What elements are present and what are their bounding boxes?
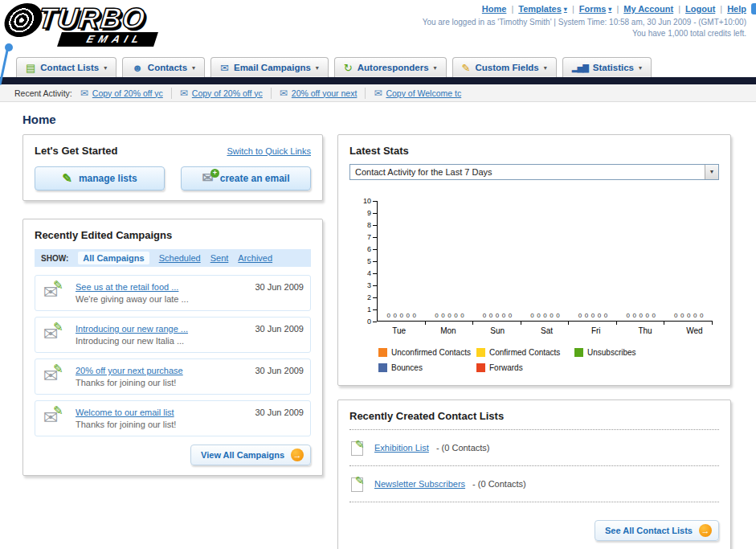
top-link-my-account[interactable]: My Account (623, 4, 673, 14)
tab-contact-lists[interactable]: ▤ Contact Lists ▾ (16, 57, 116, 77)
campaign-subtitle: Thanks for joining our list! (76, 420, 176, 429)
see-all-contact-lists-button[interactable]: See All Contact Lists → (595, 520, 719, 541)
campaign-date: 30 Jun 2009 (255, 282, 304, 292)
chart-legend: Unconfirmed ContactsConfirmed ContactsUn… (378, 348, 700, 372)
campaign-row: ✉ ✎ Introducing our new range ... Introd… (35, 317, 311, 353)
tab-label: Statistics (593, 63, 634, 72)
top-link-logout[interactable]: Logout (685, 4, 715, 14)
bar-value-label: 0 (604, 312, 607, 319)
bar-value-label: 0 (700, 312, 703, 319)
recent-activity-link[interactable]: 20% off your next (292, 88, 358, 98)
chart-plot: 00000000000000000000000000000000000 (377, 201, 713, 322)
envelope-pencil-icon: ✉ ✎ (42, 282, 67, 303)
latest-stats-panel: Latest Stats Contact Activity for the La… (337, 134, 731, 386)
chart-bar-group: 00000 (378, 201, 426, 321)
top-link-home[interactable]: Home (482, 4, 507, 14)
legend-item: Unconfirmed Contacts (378, 348, 476, 357)
legend-swatch (378, 363, 387, 372)
bar-value-label: 0 (447, 312, 451, 319)
page: TURBO EMAIL Home | Templates▾ | Forms▾ |… (0, 0, 756, 549)
campaign-date: 30 Jun 2009 (255, 324, 304, 334)
top-link-templates[interactable]: Templates▾ (518, 4, 567, 14)
select-caret-icon: ▼ (705, 165, 718, 179)
custom-fields-icon: ✎ (462, 63, 471, 73)
filter-sent[interactable]: Sent (210, 253, 229, 263)
campaign-title-link[interactable]: 20% off your next purchase (76, 366, 183, 375)
contact-activity-chart: 012345678910 000000000000000000000000000… (353, 201, 713, 322)
filter-archived[interactable]: Archived (238, 253, 272, 263)
bar-value-label: 0 (502, 312, 505, 319)
top-link-forms[interactable]: Forms▾ (579, 4, 612, 14)
logo-title: TURBO (37, 3, 157, 34)
campaign-title-link[interactable]: Introducing our new range ... (76, 324, 188, 334)
envelope-plus-icon: ✉ + (202, 172, 214, 185)
manage-lists-label: manage lists (79, 173, 137, 184)
get-started-header: Let's Get Started Switch to Quick Links (35, 145, 311, 157)
edit-list-icon: ✎ (349, 476, 367, 492)
chart-bar-group: 00000 (569, 201, 617, 321)
stats-period-select[interactable]: Contact Activity for the Last 7 Days ▼ (349, 164, 719, 180)
email-campaigns-icon: ✉ (220, 63, 229, 73)
campaign-title-link[interactable]: See us at the retail food ... (76, 282, 189, 292)
campaign-subtitle: Introducing our new Italia ... (76, 336, 188, 346)
bar-value-label: 0 (578, 312, 582, 319)
bar-value-label: 0 (489, 312, 492, 319)
stats-period-value: Contact Activity for the Last 7 Days (355, 167, 492, 177)
bar-value-label: 0 (674, 312, 677, 319)
tab-label: Contacts (148, 63, 187, 72)
campaign-title-link[interactable]: Welcome to our email list (76, 408, 176, 417)
manage-lists-button[interactable]: ✎ manage lists (35, 166, 165, 191)
campaign-row: ✉ ✎ See us at the retail food ... We're … (35, 275, 311, 311)
filter-scheduled[interactable]: Scheduled (159, 253, 201, 263)
separator: | (511, 4, 513, 14)
recent-activity-link[interactable]: Copy of Welcome tc (386, 88, 461, 98)
bar-value-label: 0 (632, 312, 635, 319)
filter-all-campaigns[interactable]: All Campaigns (78, 252, 149, 264)
view-all-campaigns-button[interactable]: View All Campaigns → (190, 445, 311, 465)
contact-list-count: - (0 Contacts) (472, 479, 526, 489)
tab-email-campaigns[interactable]: ✉ Email Campaigns ▾ (210, 57, 329, 77)
legend-label: Confirmed Contacts (489, 348, 560, 357)
bar-value-label: 0 (537, 312, 540, 319)
recent-activity-link[interactable]: Copy of 20% off yc (92, 88, 163, 98)
legend-swatch (476, 348, 485, 357)
chart-x-label: Fri (571, 326, 620, 335)
chevron-down-icon: ▾ (608, 6, 611, 13)
tab-custom-fields[interactable]: ✎ Custom Fields ▾ (452, 57, 557, 77)
tab-autoresponders[interactable]: ↻ Autoresponders ▾ (334, 57, 447, 77)
recent-activity-item: ✉ Copy of 20% off yc (171, 88, 263, 99)
campaign-subtitle: We're giving away our late ... (76, 294, 189, 304)
chart-x-label: Sun (473, 326, 522, 335)
tab-statistics[interactable]: ▂▅▇ Statistics ▾ (562, 57, 652, 77)
chevron-down-icon: ▾ (564, 6, 567, 13)
chevron-down-icon: ▾ (192, 64, 195, 72)
pencil-icon: ✎ (53, 404, 63, 418)
bar-value-label: 0 (639, 312, 642, 319)
campaigns-title: Recently Edited Campaigns (35, 229, 172, 241)
legend-item: Unsubscribes (574, 348, 672, 357)
top-link-help[interactable]: Help (727, 4, 746, 14)
pencil-icon: ✎ (53, 278, 63, 293)
contacts-icon: ☻ (132, 63, 143, 73)
campaign-date: 30 Jun 2009 (255, 366, 304, 375)
top-link-label: Forms (579, 4, 607, 14)
switch-quick-links-link[interactable]: Switch to Quick Links (227, 146, 311, 156)
header: TURBO EMAIL Home | Templates▾ | Forms▾ |… (0, 0, 756, 55)
tab-contacts[interactable]: ☻ Contacts ▾ (122, 57, 205, 77)
campaign-date: 30 Jun 2009 (255, 408, 304, 417)
create-email-button[interactable]: ✉ + create an email (181, 166, 311, 191)
recent-contact-lists-panel: Recently Created Contact Lists ✎ Exhibit… (337, 399, 731, 549)
chart-y-tick: 1 (367, 305, 377, 313)
bar-value-label: 0 (680, 312, 684, 319)
chart-x-label: Sat (522, 326, 571, 335)
contact-list-link[interactable]: Newsletter Subscribers (374, 479, 465, 489)
chart-x-labels: TueMonSunSatFriThuWed (374, 322, 719, 335)
legend-label: Unconfirmed Contacts (391, 348, 471, 357)
tab-label: Contact Lists (40, 63, 99, 72)
contact-list-link[interactable]: Exhibition List (374, 443, 429, 453)
recent-activity-link[interactable]: Copy of 20% off yc (192, 88, 263, 98)
bar-value-label: 0 (585, 312, 588, 319)
contact-list-count: - (0 Contacts) (436, 443, 490, 453)
bar-value-label: 0 (550, 312, 553, 319)
legend-swatch (378, 348, 387, 357)
